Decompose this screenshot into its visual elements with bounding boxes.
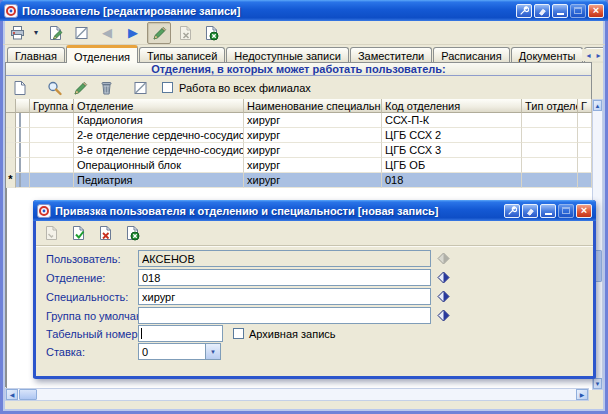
scroll-right-icon[interactable]: ▶ [576, 389, 588, 400]
cell-department[interactable]: Операционный блок [74, 158, 244, 173]
cell-extra[interactable] [578, 158, 592, 173]
horizontal-scrollbar[interactable]: ◀ ▶ [5, 388, 589, 401]
header-extra[interactable]: Г [578, 99, 592, 113]
row-checkbox-cell[interactable] [16, 158, 30, 173]
add-row-button[interactable] [8, 77, 32, 99]
cell-extra[interactable] [578, 128, 592, 143]
department-lookup-icon[interactable] [437, 271, 450, 284]
close-record-button[interactable] [199, 22, 223, 44]
specialty-lookup-icon[interactable] [437, 290, 450, 303]
header-department[interactable]: Отделение [74, 99, 244, 113]
dialog-minimize-button[interactable] [540, 204, 556, 218]
department-field[interactable] [138, 269, 431, 286]
user-lookup-icon[interactable] [437, 252, 450, 265]
wrench-icon[interactable] [516, 4, 532, 18]
cell-extra[interactable] [578, 113, 592, 128]
save-record-button[interactable] [39, 222, 63, 244]
personnel-number-field[interactable] [138, 325, 223, 342]
row-checkbox[interactable] [19, 158, 21, 172]
new-record-button[interactable] [43, 22, 67, 44]
cell-specialty[interactable]: хирург [244, 128, 382, 143]
close-button[interactable]: × [588, 4, 604, 18]
table-row[interactable]: 2-е отделение сердечно-сосудистой хиру х… [6, 128, 592, 143]
tab-otdeleniya[interactable]: Отделения [66, 45, 138, 63]
edit-row-button[interactable] [68, 77, 92, 99]
back-icon[interactable]: ◀ [95, 22, 119, 44]
cancel-changes-button[interactable] [173, 22, 197, 44]
scroll-up-icon[interactable]: ▲ [593, 100, 602, 111]
table-row[interactable]: Операционный блок хирург ЦГБ ОБ [6, 158, 592, 173]
rate-combobox[interactable]: 0 ▼ [138, 343, 221, 360]
forward-icon[interactable]: ▶ [121, 22, 145, 44]
cell-type[interactable] [522, 143, 578, 158]
table-row[interactable]: Кардиология хирург ССХ-П-К [6, 113, 592, 128]
header-type[interactable]: Тип отделения [522, 99, 578, 113]
combo-arrow-icon[interactable]: ▼ [205, 344, 220, 359]
eraser-icon[interactable] [534, 4, 550, 18]
row-checkbox[interactable] [19, 173, 21, 187]
cell-type[interactable] [522, 113, 578, 128]
scroll-left-icon[interactable]: ◀ [6, 389, 18, 400]
cell-group[interactable] [30, 143, 74, 158]
row-checkbox[interactable] [19, 128, 21, 142]
cell-group[interactable] [30, 113, 74, 128]
cell-group[interactable] [30, 128, 74, 143]
search-icon[interactable] [42, 77, 66, 99]
dialog-wrench-icon[interactable] [504, 204, 520, 218]
dialog-close-record-button[interactable] [120, 222, 144, 244]
branch-filter-checkbox[interactable] [162, 82, 173, 93]
tab-dokumenty[interactable]: Документы [511, 47, 584, 63]
cell-specialty[interactable]: хирург [244, 173, 382, 188]
dialog-eraser-icon[interactable] [522, 204, 538, 218]
row-checkbox[interactable] [19, 113, 21, 127]
tab-scroll-right-icon[interactable]: ▸ [594, 49, 603, 61]
scroll-down-icon[interactable]: ▼ [593, 378, 602, 389]
default-group-lookup-icon[interactable] [437, 309, 450, 322]
grid-designer-button[interactable] [128, 77, 152, 99]
apply-button[interactable] [66, 222, 90, 244]
tab-zamestiteli[interactable]: Заместители [350, 47, 432, 63]
row-checkbox-cell[interactable] [16, 173, 30, 188]
cell-code[interactable]: ЦГБ ОБ [382, 158, 522, 173]
header-code[interactable]: Код отделения [382, 99, 522, 113]
cell-extra[interactable] [578, 173, 592, 188]
cell-department[interactable]: Кардиология [74, 113, 244, 128]
cancel-button[interactable] [93, 222, 117, 244]
cell-department[interactable]: Педиатрия [74, 173, 244, 188]
dropdown-caret-icon[interactable]: ▾ [31, 28, 41, 37]
minimize-button[interactable] [552, 4, 568, 18]
cell-department[interactable]: 2-е отделение сердечно-сосудистой хиру [74, 128, 244, 143]
print-report-button[interactable] [5, 22, 29, 44]
user-field[interactable] [138, 250, 431, 267]
tab-glavnaya[interactable]: Главная [7, 47, 65, 63]
tab-tipy-zapisej[interactable]: Типы записей [139, 47, 225, 63]
row-checkbox-cell[interactable] [16, 113, 30, 128]
cell-specialty[interactable]: хирург [244, 158, 382, 173]
cell-type[interactable] [522, 128, 578, 143]
maximize-button[interactable] [570, 4, 586, 18]
cell-code[interactable]: 018 [382, 173, 522, 188]
dialog-close-button[interactable]: × [576, 204, 592, 218]
row-checkbox-cell[interactable] [16, 128, 30, 143]
row-checkbox[interactable] [19, 143, 21, 157]
cell-specialty[interactable]: хирург [244, 143, 382, 158]
header-group[interactable]: Группа пац [30, 99, 74, 113]
tab-raspisaniya[interactable]: Расписания [433, 47, 509, 63]
cell-group[interactable] [30, 173, 74, 188]
dialog-maximize-button[interactable] [558, 204, 574, 218]
archive-checkbox[interactable] [233, 328, 244, 339]
table-row[interactable]: 3-е отделение сердечно-сосудистой хиру х… [6, 143, 592, 158]
tab-nedostupnye-zapisi[interactable]: Недоступные записи [226, 47, 349, 63]
cell-code[interactable]: ЦГБ ССХ 2 [382, 128, 522, 143]
default-group-field[interactable] [138, 307, 431, 324]
tab-scroll-left-icon[interactable]: ◂ [584, 49, 593, 61]
delete-row-button[interactable] [94, 77, 118, 99]
horizontal-scroll-thumb[interactable] [19, 389, 37, 400]
cell-code[interactable]: ЦГБ ССХ 3 [382, 143, 522, 158]
cell-code[interactable]: ССХ-П-К [382, 113, 522, 128]
table-row-selected[interactable]: * Педиатрия хирург 018 [6, 173, 592, 188]
row-checkbox-cell[interactable] [16, 143, 30, 158]
edit-mode-button[interactable] [147, 22, 171, 44]
cell-type[interactable] [522, 158, 578, 173]
header-specialty[interactable]: Наименование специальности [244, 99, 382, 113]
